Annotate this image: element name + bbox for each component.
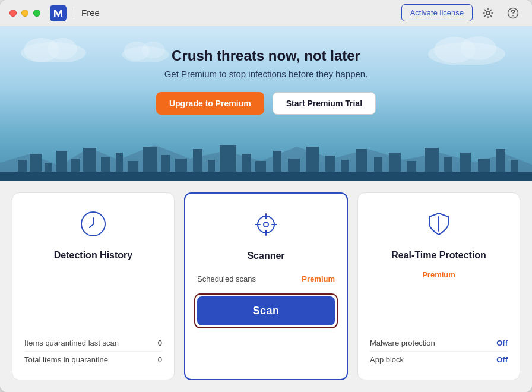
cloud-right: [425, 29, 508, 65]
shield-icon: [422, 207, 455, 243]
scheduled-scans-row: Scheduled scans Premium: [197, 271, 335, 287]
svg-point-9: [461, 36, 496, 60]
help-button[interactable]: [504, 4, 522, 23]
svg-point-3: [512, 15, 514, 16]
quarantine-last-scan-label: Items quarantined last scan: [24, 339, 119, 347]
scanner-card: Scanner Scheduled scans Premium Scan: [184, 192, 348, 380]
svg-point-6: [48, 38, 77, 59]
premium-badge: Premium: [422, 270, 455, 279]
traffic-lights: [10, 10, 40, 17]
hero-banner: Crush threats now, not later Get Premium…: [0, 26, 532, 181]
crosshair-icon: [249, 208, 283, 244]
total-quarantine-row: Total items in quarantine 0: [24, 351, 162, 368]
hero-title: Crush threats now, not later: [156, 48, 376, 64]
app-block-value: Off: [496, 355, 508, 364]
titlebar: Free Activate license: [0, 0, 532, 26]
malware-protection-label: Malware protection: [370, 339, 435, 347]
settings-button[interactable]: [479, 4, 498, 23]
start-trial-button[interactable]: Start Premium Trial: [273, 92, 376, 115]
realtime-protection-title: Real-Time Protection: [391, 250, 486, 261]
quarantine-last-scan-row: Items quarantined last scan 0: [24, 335, 162, 351]
malware-protection-value: Off: [496, 339, 508, 347]
scan-button[interactable]: Scan: [197, 296, 335, 325]
minimize-button[interactable]: [21, 10, 28, 17]
scan-button-wrapper: Scan: [197, 296, 335, 325]
app-window: Free Activate license: [0, 0, 532, 392]
fullscreen-button[interactable]: [33, 10, 40, 17]
quarantine-last-scan-value: 0: [158, 339, 162, 347]
logo-icon: [50, 5, 66, 21]
scheduled-scans-value: Premium: [302, 274, 335, 283]
scheduled-scans-label: Scheduled scans: [197, 274, 256, 283]
clock-icon: [77, 207, 110, 243]
scanner-title: Scanner: [247, 251, 284, 261]
activate-license-button[interactable]: Activate license: [401, 4, 473, 21]
cloud-left: [18, 32, 89, 62]
titlebar-actions: Activate license: [401, 4, 522, 23]
malware-protection-row: Malware protection Off: [370, 335, 508, 351]
cityscape: [0, 136, 532, 181]
gear-icon: [482, 7, 494, 19]
detection-history-title: Detection History: [54, 250, 132, 261]
svg-point-1: [486, 11, 490, 15]
app-logo: Free: [50, 5, 100, 21]
svg-rect-0: [50, 5, 66, 21]
hero-buttons: Upgrade to Premium Start Premium Trial: [156, 92, 376, 115]
app-block-label: App block: [370, 355, 404, 364]
title-divider: [74, 8, 74, 18]
realtime-rows: Malware protection Off App block Off: [370, 335, 508, 368]
app-title: Free: [81, 8, 100, 18]
total-quarantine-value: 0: [158, 355, 162, 364]
svg-rect-45: [0, 172, 532, 181]
cards-section: Detection History Items quarantined last…: [0, 181, 532, 392]
detection-rows: Items quarantined last scan 0 Total item…: [24, 335, 162, 368]
hero-content: Crush threats now, not later Get Premium…: [156, 48, 376, 115]
app-block-row: App block Off: [370, 351, 508, 368]
question-icon: [507, 7, 519, 19]
detection-history-card: Detection History Items quarantined last…: [12, 192, 175, 380]
upgrade-premium-button[interactable]: Upgrade to Premium: [156, 92, 264, 115]
close-button[interactable]: [10, 10, 17, 17]
total-quarantine-label: Total items in quarantine: [24, 355, 108, 364]
realtime-protection-card: Real-Time Protection Premium Malware pro…: [357, 192, 520, 380]
svg-point-48: [264, 222, 268, 227]
hero-subtitle: Get Premium to stop infections before th…: [156, 69, 376, 79]
